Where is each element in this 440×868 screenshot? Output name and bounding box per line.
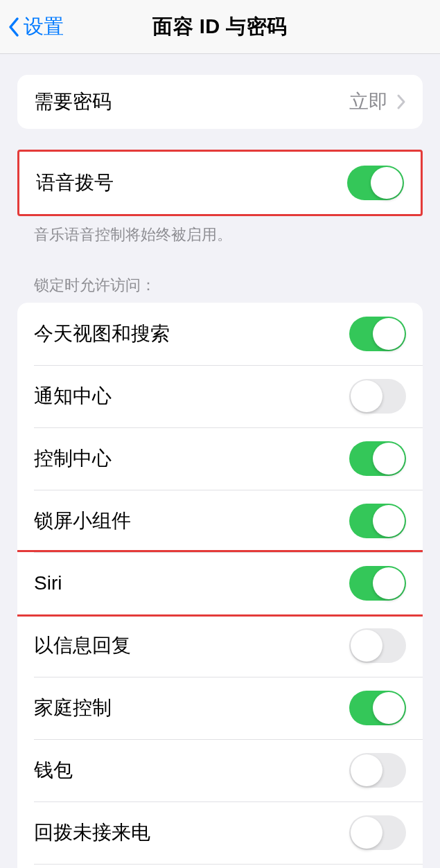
locked-access-label: 控制中心 — [34, 445, 112, 472]
require-passcode-row[interactable]: 需要密码 立即 — [17, 75, 423, 129]
locked-access-row: 控制中心 — [17, 427, 423, 490]
locked-access-label: 锁屏小组件 — [34, 508, 131, 534]
locked-access-header: 锁定时允许访问： — [17, 275, 423, 303]
locked-access-row: 今天视图和搜索 — [17, 303, 423, 365]
locked-access-label: 通知中心 — [34, 383, 112, 409]
locked-access-label: 以信息回复 — [34, 632, 131, 659]
page-title: 面容 ID 与密码 — [152, 13, 288, 41]
locked-access-toggle[interactable] — [349, 566, 406, 601]
locked-access-toggle[interactable] — [349, 379, 406, 414]
voice-dial-footer: 音乐语音控制将始终被启用。 — [17, 216, 423, 246]
locked-access-toggle[interactable] — [349, 317, 406, 351]
locked-access-toggle[interactable] — [349, 815, 406, 850]
locked-access-row: Siri — [17, 550, 423, 617]
back-label: 设置 — [24, 13, 64, 41]
voice-dial-group: 语音拨号 — [17, 150, 423, 216]
voice-dial-toggle[interactable] — [347, 166, 404, 200]
require-passcode-label: 需要密码 — [34, 89, 112, 115]
locked-access-label: 回拨未接来电 — [34, 820, 150, 846]
locked-access-label: 钱包 — [34, 757, 73, 783]
require-passcode-value: 立即 — [349, 89, 388, 115]
locked-access-row: USB 配件 — [17, 864, 423, 868]
locked-access-toggle[interactable] — [349, 504, 406, 538]
locked-access-label: 今天视图和搜索 — [34, 321, 170, 347]
locked-access-row: 家庭控制 — [17, 677, 423, 739]
locked-access-toggle[interactable] — [349, 753, 406, 788]
locked-access-label: Siri — [34, 572, 62, 594]
back-button[interactable]: 设置 — [0, 13, 64, 41]
chevron-right-icon — [396, 94, 406, 110]
chevron-left-icon — [7, 15, 21, 39]
locked-access-row: 锁屏小组件 — [17, 490, 423, 552]
locked-access-toggle[interactable] — [349, 441, 406, 476]
locked-access-row: 以信息回复 — [17, 614, 423, 677]
voice-dial-row: 语音拨号 — [19, 152, 421, 214]
locked-access-toggle[interactable] — [349, 628, 406, 663]
locked-access-label: 家庭控制 — [34, 695, 112, 721]
locked-access-row: 钱包 — [17, 739, 423, 801]
locked-access-group: 今天视图和搜索通知中心控制中心锁屏小组件Siri以信息回复家庭控制钱包回拨未接来… — [17, 303, 423, 868]
nav-bar: 设置 面容 ID 与密码 — [0, 0, 440, 54]
voice-dial-label: 语音拨号 — [36, 170, 114, 196]
locked-access-row: 回拨未接来电 — [17, 801, 423, 864]
locked-access-row: 通知中心 — [17, 365, 423, 427]
locked-access-toggle[interactable] — [349, 691, 406, 725]
